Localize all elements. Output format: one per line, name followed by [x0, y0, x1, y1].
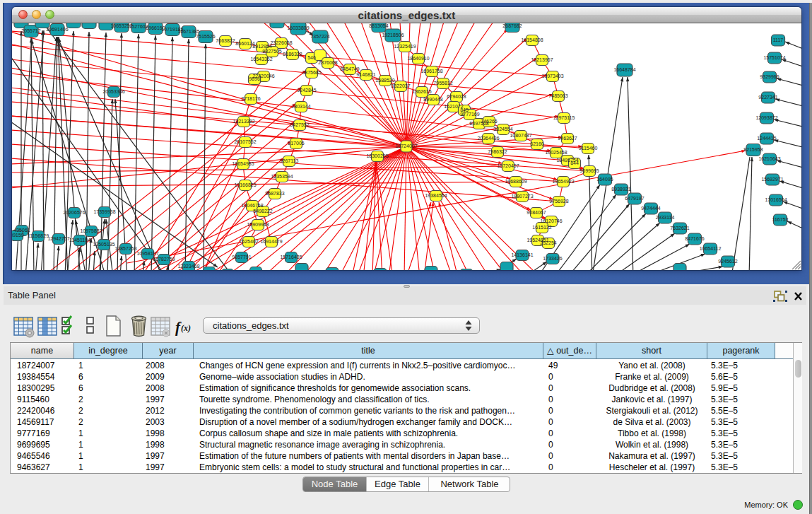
svg-text:16120746: 16120746	[540, 218, 562, 223]
svg-text:746266: 746266	[481, 119, 497, 124]
svg-text:9777169: 9777169	[460, 112, 479, 117]
svg-text:7485063: 7485063	[548, 93, 567, 98]
svg-text:10688609: 10688609	[505, 179, 526, 184]
svg-text:8990448: 8990448	[423, 97, 442, 102]
svg-text:1733426: 1733426	[543, 256, 562, 261]
svg-text:16210643: 16210643	[758, 156, 780, 161]
svg-text:17016504: 17016504	[765, 197, 787, 202]
svg-text:17359938: 17359938	[93, 209, 115, 214]
svg-text:16154808: 16154808	[521, 37, 543, 42]
svg-text:10654112: 10654112	[700, 246, 722, 251]
svg-text:16914479: 16914479	[260, 239, 282, 244]
svg-text:2933114: 2933114	[656, 215, 675, 220]
svg-text:15720407: 15720407	[497, 163, 519, 168]
svg-text:12323468: 12323468	[177, 264, 199, 269]
svg-text:435061: 435061	[13, 228, 30, 233]
svg-text:9699695: 9699695	[579, 168, 599, 173]
svg-text:19218506: 19218506	[382, 33, 404, 37]
svg-text:16961758: 16961758	[420, 69, 442, 74]
svg-text:(x): (x)	[181, 323, 191, 333]
svg-text:9474444: 9474444	[641, 206, 660, 211]
svg-text:1244415: 1244415	[757, 136, 776, 141]
svg-text:19654923: 19654923	[552, 179, 574, 184]
svg-text:116753: 116753	[772, 217, 789, 222]
svg-text:15909948: 15909948	[247, 222, 269, 227]
svg-text:20053346: 20053346	[102, 89, 124, 94]
svg-text:9756928: 9756928	[549, 199, 568, 204]
svg-text:9327505: 9327505	[262, 49, 281, 54]
svg-text:8454749: 8454749	[340, 66, 359, 71]
svg-text:10975887: 10975887	[80, 228, 102, 233]
svg-text:6479197: 6479197	[625, 196, 644, 201]
svg-text:15716485: 15716485	[280, 255, 302, 259]
svg-text:844: 844	[570, 160, 579, 165]
svg-text:9267113: 9267113	[280, 158, 299, 163]
svg-text:10958107: 10958107	[136, 251, 158, 256]
svg-text:23226058: 23226058	[270, 40, 292, 45]
svg-text:7515526: 7515526	[196, 34, 215, 39]
svg-text:6794028: 6794028	[447, 94, 466, 99]
svg-text:9857791: 9857791	[232, 255, 251, 259]
svg-text:3875685: 3875685	[302, 70, 321, 75]
svg-text:7955812: 7955812	[433, 81, 452, 86]
svg-text:9084067: 9084067	[526, 210, 546, 215]
svg-text:9242845: 9242845	[297, 88, 316, 93]
svg-text:2718176: 2718176	[241, 96, 260, 101]
svg-text:16543362: 16543362	[250, 57, 272, 62]
svg-text:39159: 39159	[12, 233, 24, 238]
svg-text:817006: 817006	[288, 141, 304, 146]
svg-text:8322037: 8322037	[391, 83, 410, 88]
svg-text:1588520: 1588520	[375, 78, 394, 83]
svg-text:2876068: 2876068	[318, 60, 337, 65]
svg-text:9896: 9896	[249, 76, 260, 81]
svg-text:252254: 252254	[540, 240, 556, 245]
svg-text:5498222: 5498222	[253, 209, 272, 214]
svg-text:16648784: 16648784	[613, 67, 635, 72]
svg-text:8186328: 8186328	[283, 52, 302, 57]
svg-text:1615132: 1615132	[532, 225, 551, 230]
svg-text:18724007: 18724007	[395, 144, 417, 148]
svg-text:7357224: 7357224	[310, 34, 329, 39]
svg-text:20206576: 20206576	[63, 210, 85, 215]
svg-text:8938921: 8938921	[611, 187, 630, 192]
svg-text:7986322: 7986322	[488, 149, 507, 154]
svg-text:546: 546	[307, 55, 316, 60]
svg-text:15751074: 15751074	[763, 55, 785, 60]
svg-text:2687682: 2687682	[502, 23, 522, 28]
svg-text:7632621: 7632621	[670, 226, 689, 230]
svg-text:14136141: 14136141	[511, 252, 533, 257]
svg-text:12975115: 12975115	[553, 115, 575, 120]
svg-text:10025458: 10025458	[545, 150, 567, 155]
svg-text:12505135: 12505135	[93, 242, 114, 247]
svg-text:12093872: 12093872	[755, 115, 777, 120]
svg-text:7625402: 7625402	[239, 239, 258, 244]
svg-text:10807487: 10807487	[510, 133, 531, 138]
svg-text:18640910: 18640910	[407, 56, 429, 61]
svg-text:8912954: 8912954	[252, 44, 271, 49]
svg-text:1117: 1117	[773, 37, 784, 42]
svg-text:16671385: 16671385	[177, 29, 199, 34]
svg-text:16782759: 16782759	[153, 257, 175, 262]
svg-text:10973493: 10973493	[541, 74, 563, 78]
svg-text:12325419: 12325419	[394, 44, 416, 49]
svg-text:9115460: 9115460	[579, 146, 598, 151]
svg-text:8471676: 8471676	[685, 236, 704, 241]
svg-text:15692971: 15692971	[761, 177, 783, 182]
svg-text:20107552: 20107552	[234, 139, 256, 144]
svg-text:16033809: 16033809	[287, 25, 309, 30]
svg-text:9463627: 9463627	[558, 136, 577, 141]
svg-text:12942757: 12942757	[47, 236, 69, 241]
svg-text:8813054: 8813054	[369, 23, 388, 28]
svg-text:8427552: 8427552	[290, 122, 309, 127]
svg-text:2803144: 2803144	[291, 104, 310, 109]
svg-text:9329966: 9329966	[760, 74, 779, 79]
svg-text:9146821: 9146821	[356, 72, 375, 77]
svg-text:7663822: 7663822	[216, 38, 235, 43]
svg-text:20691406: 20691406	[46, 27, 68, 32]
svg-text:20364436: 20364436	[477, 136, 499, 141]
svg-text:12213967: 12213967	[531, 57, 553, 62]
svg-text:11451194: 11451194	[69, 238, 90, 243]
svg-text:3824554: 3824554	[493, 127, 512, 132]
svg-text:17857253: 17857253	[114, 246, 136, 251]
svg-text:9245612: 9245612	[718, 259, 737, 264]
